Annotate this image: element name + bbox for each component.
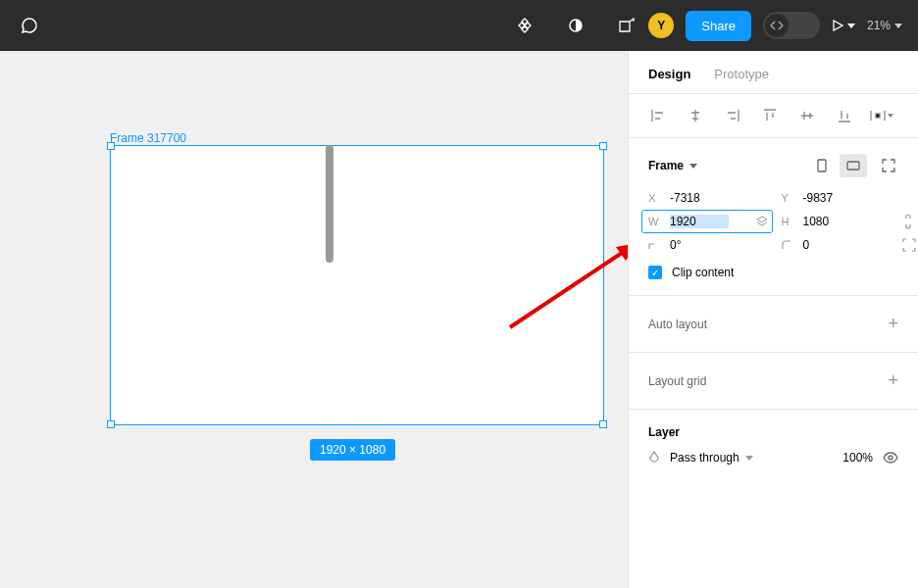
independent-corners-icon[interactable] xyxy=(902,238,918,252)
blend-mode-icon[interactable] xyxy=(648,451,660,465)
link-dimensions-icon[interactable] xyxy=(902,214,918,229)
height-field[interactable]: H xyxy=(782,215,899,228)
frame-name-label[interactable]: Frame 317700 xyxy=(110,131,186,145)
align-top-icon[interactable] xyxy=(754,104,786,127)
panel-tabs: Design Prototype xyxy=(629,51,918,94)
dev-handoff-icon[interactable] xyxy=(613,12,640,39)
present-button[interactable] xyxy=(832,20,855,31)
frame-section-title[interactable]: Frame xyxy=(648,159,697,172)
canvas[interactable]: Frame 317700 1920 × 1080 xyxy=(0,51,628,588)
resize-handle-tl[interactable] xyxy=(107,142,115,150)
width-input[interactable] xyxy=(670,215,729,228)
alignment-controls xyxy=(629,94,918,138)
mask-icon[interactable] xyxy=(562,12,589,39)
components-icon[interactable] xyxy=(511,12,538,39)
rotation-field[interactable] xyxy=(648,238,766,252)
design-panel: Design Prototype Frame X Y W H ✓ xyxy=(628,51,918,588)
corner-input[interactable] xyxy=(803,238,862,252)
orientation-landscape[interactable] xyxy=(840,154,867,177)
frame-section: Frame X Y W H ✓ Clip content xyxy=(629,138,918,296)
auto-layout-section: Auto layout + xyxy=(629,296,918,353)
align-vcenter-icon[interactable] xyxy=(791,104,823,127)
layer-section: Layer Pass through 100% xyxy=(629,410,918,480)
tab-prototype[interactable]: Prototype xyxy=(714,67,769,81)
scrub-icon[interactable] xyxy=(756,216,768,227)
corner-radius-field[interactable] xyxy=(782,238,899,252)
width-field[interactable]: W xyxy=(641,210,773,233)
blend-mode-select[interactable]: Pass through xyxy=(670,451,822,465)
clip-content-label: Clip content xyxy=(672,266,734,279)
tab-design[interactable]: Design xyxy=(648,67,690,81)
layout-grid-section: Layout grid + xyxy=(629,353,918,410)
dev-mode-toggle[interactable] xyxy=(763,12,820,39)
visibility-toggle-icon[interactable] xyxy=(883,452,898,464)
align-hcenter-icon[interactable] xyxy=(680,104,711,127)
distribute-icon[interactable] xyxy=(866,104,897,127)
clip-content-row[interactable]: ✓ Clip content xyxy=(648,266,898,279)
svg-point-5 xyxy=(889,456,892,460)
add-auto-layout-button[interactable]: + xyxy=(888,314,898,334)
dimensions-badge: 1920 × 1080 xyxy=(310,439,395,461)
svg-rect-3 xyxy=(818,160,826,172)
align-right-icon[interactable] xyxy=(717,104,748,127)
selected-frame[interactable] xyxy=(110,145,604,425)
svg-rect-4 xyxy=(847,162,859,170)
x-input[interactable] xyxy=(670,191,729,205)
x-position-field[interactable]: X xyxy=(648,191,766,205)
orientation-portrait[interactable] xyxy=(808,154,836,177)
opacity-input[interactable]: 100% xyxy=(832,451,873,465)
layout-grid-label: Layout grid xyxy=(648,374,706,388)
user-avatar[interactable]: Y xyxy=(648,13,674,38)
align-left-icon[interactable] xyxy=(642,104,674,127)
y-position-field[interactable]: Y xyxy=(782,191,899,205)
auto-layout-label: Auto layout xyxy=(648,318,707,331)
layer-section-title: Layer xyxy=(648,425,898,439)
zoom-control[interactable]: 21% xyxy=(867,19,902,32)
add-layout-grid-button[interactable]: + xyxy=(888,370,898,391)
resize-to-fit-icon[interactable] xyxy=(879,156,898,175)
clip-content-checkbox[interactable]: ✓ xyxy=(648,266,662,279)
resize-handle-br[interactable] xyxy=(599,420,607,428)
rotation-input[interactable] xyxy=(670,238,729,252)
y-input[interactable] xyxy=(803,191,862,205)
top-toolbar: Y Share 21% xyxy=(0,0,918,51)
comment-icon[interactable] xyxy=(16,12,43,39)
canvas-scrollbar[interactable] xyxy=(326,145,333,263)
resize-handle-tr[interactable] xyxy=(599,142,607,150)
align-bottom-icon[interactable] xyxy=(829,104,860,127)
share-button[interactable]: Share xyxy=(686,11,751,41)
height-input[interactable] xyxy=(803,215,862,228)
resize-handle-bl[interactable] xyxy=(107,420,115,428)
